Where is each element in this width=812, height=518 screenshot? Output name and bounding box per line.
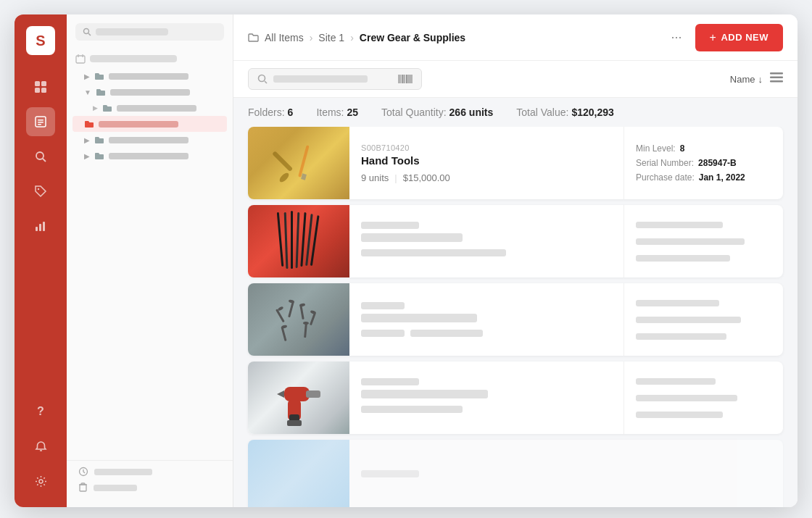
meta-separator: | (394, 172, 397, 183)
breadcrumb-all-items[interactable]: All Items (265, 32, 304, 43)
placeholder-detail-s3 (636, 333, 726, 340)
sidebar-item-tags[interactable] (26, 177, 55, 206)
folder-icon (94, 72, 104, 80)
svg-rect-5 (38, 120, 44, 121)
svg-rect-2 (35, 88, 40, 93)
tree-panel: ▶ ▼ ▶ ▶ (67, 14, 233, 507)
sidebar-item-inventory[interactable] (26, 107, 55, 136)
main-header: All Items › Site 1 › Crew Gear & Supplie… (233, 14, 798, 61)
svg-rect-61 (304, 323, 307, 338)
stat-quantity: Total Quantity: 266 units (381, 106, 493, 118)
svg-rect-42 (301, 173, 307, 180)
svg-rect-59 (281, 327, 286, 341)
svg-point-10 (38, 188, 39, 190)
tree-footer-trash[interactable] (78, 483, 221, 493)
trash-icon (78, 483, 88, 493)
item-info-drill-bits (349, 205, 624, 277)
svg-point-8 (36, 152, 44, 159)
folder-active-icon (84, 120, 94, 128)
sidebar-item-settings[interactable] (26, 467, 55, 496)
tree-search-box[interactable] (75, 23, 224, 41)
placeholder-detail-3 (636, 255, 730, 262)
svg-point-15 (39, 480, 43, 483)
tree-item-2-label (110, 89, 190, 96)
tree-item-active[interactable] (72, 116, 227, 132)
sidebar-item-help[interactable]: ? (26, 397, 55, 426)
svg-rect-67 (287, 420, 302, 426)
tree-item-1[interactable]: ▶ (72, 68, 227, 84)
tree-item-4-label (109, 153, 188, 159)
add-new-button[interactable]: + ADD NEW (695, 24, 783, 51)
sidebar-item-reports[interactable] (26, 212, 55, 241)
item-info-power-drill (349, 362, 624, 434)
svg-rect-47 (300, 212, 306, 267)
item-info-partial (349, 440, 783, 507)
placeholder-detail-2 (636, 238, 745, 245)
search-box[interactable] (248, 68, 422, 90)
item-card-hand-tools[interactable]: S00B710420 Hand Tools 9 units | $15,000.… (248, 127, 783, 199)
tree-item-4[interactable]: ▶ (72, 148, 227, 164)
sidebar-item-search[interactable] (26, 142, 55, 171)
footer-trash-label (94, 485, 137, 491)
sidebar-nav (26, 72, 55, 397)
item-image-power-drill (248, 362, 349, 434)
stats-bar: Folders: 6 Items: 25 Total Quantity: 266… (233, 98, 798, 127)
svg-rect-35 (770, 72, 783, 75)
item-card-screws[interactable] (248, 283, 783, 356)
breadcrumb-site1[interactable]: Site 1 (318, 32, 344, 43)
tree-search-icon (83, 28, 91, 36)
svg-rect-40 (272, 151, 293, 172)
tree-sub-item-2a[interactable]: ▶ (72, 100, 227, 116)
items-value: 25 (347, 106, 359, 118)
item-card-partial[interactable] (248, 440, 783, 507)
detail-serial: Serial Number: 285947-B (636, 158, 771, 168)
sidebar-item-grid[interactable] (26, 72, 55, 101)
svg-marker-64 (277, 390, 284, 398)
view-toggle-button[interactable] (770, 72, 783, 85)
placeholder-detail-d2 (636, 395, 737, 401)
placeholder-detail-1 (636, 222, 723, 228)
sidebar-item-notifications[interactable] (26, 432, 55, 461)
quantity-label: Total Quantity: (381, 106, 447, 118)
item-card-power-drill[interactable] (248, 362, 783, 434)
detail-purchase: Purchase date: Jan 1, 2022 (636, 172, 771, 183)
svg-rect-36 (770, 77, 783, 79)
search-input-placeholder (273, 75, 368, 83)
item-card-drill-bits[interactable] (248, 205, 783, 277)
app-logo[interactable]: S (26, 26, 55, 55)
more-options-button[interactable]: ··· (666, 27, 688, 48)
tree-item-3[interactable]: ▶ (72, 132, 227, 148)
detail-min-level: Min Level: 8 (636, 143, 771, 154)
svg-rect-13 (43, 222, 45, 231)
item-name-hand-tools: Hand Tools (361, 154, 612, 167)
sort-direction: ↓ (758, 74, 763, 85)
svg-point-16 (84, 29, 89, 34)
svg-rect-6 (38, 122, 44, 123)
tree-item-2[interactable]: ▼ (72, 84, 227, 100)
calendar-icon (75, 54, 86, 64)
stat-items: Items: 25 (316, 106, 358, 118)
placeholder-name-3 (361, 314, 477, 322)
svg-rect-57 (310, 312, 316, 325)
placeholder-name (361, 233, 463, 242)
breadcrumb-folder-icon (248, 32, 259, 43)
item-image-screws (248, 283, 349, 356)
tree-sub-item-2a-label (117, 105, 196, 112)
chevron-right-icon-sub: ▶ (93, 104, 98, 112)
stat-folders: Folders: 6 (248, 106, 293, 118)
placeholder-detail-d3 (636, 412, 723, 418)
folders-label: Folders: (248, 106, 285, 118)
sort-button[interactable]: Name ↓ (730, 74, 763, 85)
svg-rect-55 (299, 305, 304, 319)
chevron-right-4-icon: ▶ (84, 152, 90, 160)
svg-rect-62 (284, 387, 310, 401)
tree-footer-history[interactable] (78, 467, 221, 477)
svg-point-39 (278, 172, 291, 184)
svg-rect-45 (291, 211, 293, 269)
sidebar-bottom: ? (26, 397, 55, 496)
svg-rect-18 (76, 56, 85, 63)
folder-open-icon (96, 88, 106, 96)
item-details-screws (624, 283, 783, 356)
chevron-right-3-icon: ▶ (84, 136, 90, 144)
svg-rect-43 (277, 212, 284, 267)
